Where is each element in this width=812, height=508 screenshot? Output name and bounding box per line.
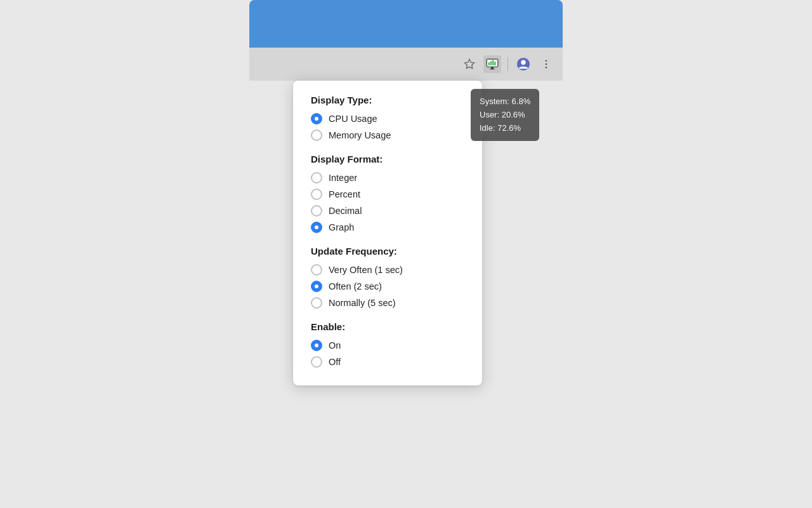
radio-off[interactable]: Off bbox=[311, 356, 464, 368]
radio-memory-usage-indicator bbox=[311, 130, 322, 141]
radio-graph[interactable]: Graph bbox=[311, 222, 464, 233]
svg-rect-5 bbox=[492, 60, 494, 65]
radio-integer-label: Integer bbox=[329, 173, 357, 183]
radio-on-indicator bbox=[311, 340, 322, 351]
radio-integer[interactable]: Integer bbox=[311, 172, 464, 184]
svg-rect-6 bbox=[494, 62, 495, 65]
radio-graph-label: Graph bbox=[329, 222, 354, 232]
display-format-label: Display Format: bbox=[311, 154, 464, 164]
update-frequency-label: Update Frequency: bbox=[311, 246, 464, 257]
radio-decimal-label: Decimal bbox=[329, 206, 362, 216]
tooltip-idle: Idle: 72.6% bbox=[480, 122, 530, 135]
radio-decimal-indicator bbox=[311, 205, 322, 217]
radio-memory-usage-label: Memory Usage bbox=[329, 130, 391, 140]
svg-rect-3 bbox=[488, 62, 490, 65]
update-frequency-group: Update Frequency: Very Often (1 sec) Oft… bbox=[311, 246, 464, 309]
radio-integer-indicator bbox=[311, 172, 322, 184]
svg-point-12 bbox=[546, 64, 547, 65]
radio-often-label: Often (2 sec) bbox=[329, 281, 382, 291]
svg-rect-7 bbox=[491, 67, 494, 69]
radio-memory-usage[interactable]: Memory Usage bbox=[311, 130, 464, 141]
toolbar-separator bbox=[508, 57, 508, 71]
svg-point-13 bbox=[546, 67, 547, 69]
tooltip-system: System: 6.8% bbox=[480, 95, 530, 109]
star-icon[interactable] bbox=[461, 55, 478, 73]
radio-very-often-label: Very Often (1 sec) bbox=[329, 265, 403, 275]
more-options-icon[interactable] bbox=[537, 55, 555, 73]
radio-normally-label: Normally (5 sec) bbox=[329, 298, 396, 308]
svg-rect-8 bbox=[490, 69, 494, 69]
radio-on[interactable]: On bbox=[311, 340, 464, 351]
browser-toolbar bbox=[249, 48, 563, 81]
settings-dropdown-panel: Display Type: CPU Usage Memory Usage Dis… bbox=[293, 81, 482, 385]
svg-marker-0 bbox=[465, 60, 475, 69]
display-type-label: Display Type: bbox=[311, 95, 464, 105]
monitor-extension-icon[interactable] bbox=[483, 55, 501, 73]
radio-off-label: Off bbox=[329, 357, 341, 367]
cpu-stats-tooltip: System: 6.8% User: 20.6% Idle: 72.6% bbox=[471, 89, 539, 141]
browser-top-bar bbox=[249, 0, 563, 48]
radio-cpu-usage-label: CPU Usage bbox=[329, 114, 377, 124]
radio-often-indicator bbox=[311, 281, 322, 292]
radio-often[interactable]: Often (2 sec) bbox=[311, 281, 464, 292]
radio-very-often-indicator bbox=[311, 264, 322, 276]
enable-group: Enable: On Off bbox=[311, 321, 464, 368]
radio-decimal[interactable]: Decimal bbox=[311, 205, 464, 217]
svg-rect-4 bbox=[490, 61, 492, 65]
radio-percent-label: Percent bbox=[329, 189, 360, 199]
radio-normally-indicator bbox=[311, 297, 322, 309]
radio-percent[interactable]: Percent bbox=[311, 189, 464, 200]
radio-percent-indicator bbox=[311, 189, 322, 200]
radio-normally[interactable]: Normally (5 sec) bbox=[311, 297, 464, 309]
tooltip-user: User: 20.6% bbox=[480, 109, 530, 122]
radio-very-often[interactable]: Very Often (1 sec) bbox=[311, 264, 464, 276]
svg-point-10 bbox=[521, 60, 525, 65]
svg-point-11 bbox=[546, 60, 547, 62]
display-type-group: Display Type: CPU Usage Memory Usage bbox=[311, 95, 464, 141]
radio-cpu-usage[interactable]: CPU Usage bbox=[311, 113, 464, 124]
browser-chrome bbox=[249, 0, 563, 81]
enable-label: Enable: bbox=[311, 321, 464, 332]
radio-graph-indicator bbox=[311, 222, 322, 233]
radio-on-label: On bbox=[329, 340, 341, 351]
account-icon[interactable] bbox=[514, 55, 532, 73]
display-format-group: Display Format: Integer Percent Decimal … bbox=[311, 154, 464, 233]
radio-cpu-usage-indicator bbox=[311, 113, 322, 124]
radio-off-indicator bbox=[311, 356, 322, 368]
